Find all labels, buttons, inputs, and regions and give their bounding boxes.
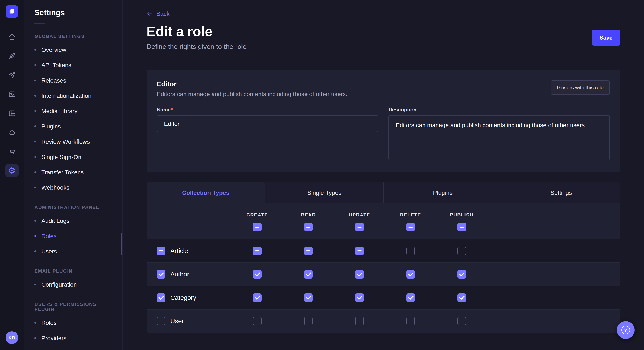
question-mark-icon: ? xyxy=(622,326,630,334)
page-title: Edit a role xyxy=(146,24,246,39)
select-all-read-checkbox[interactable] xyxy=(304,223,313,231)
author-publish-checkbox[interactable] xyxy=(458,270,466,279)
select-all-delete-checkbox[interactable] xyxy=(406,223,415,231)
category-create-checkbox[interactable] xyxy=(253,293,262,302)
sidebar-item-audit-logs[interactable]: Audit Logs xyxy=(24,213,122,228)
row-label: Category xyxy=(170,294,196,301)
bullet-icon xyxy=(34,80,36,81)
sidebar-item-webhooks[interactable]: Webhooks xyxy=(24,180,122,195)
article-delete-checkbox[interactable] xyxy=(406,247,415,255)
sidebar-item-plugins[interactable]: Plugins xyxy=(24,119,122,134)
role-name: Editor xyxy=(157,80,347,88)
sidebar-scrollbar[interactable] xyxy=(120,233,122,255)
article-create-checkbox[interactable] xyxy=(253,247,262,255)
bullet-icon xyxy=(34,250,36,252)
deploy-icon[interactable] xyxy=(5,68,19,82)
sidebar-item-single-sign-on[interactable]: Single Sign-On xyxy=(24,149,122,165)
row-label: User xyxy=(170,318,184,325)
column-publish: PUBLISH xyxy=(450,212,474,217)
article-update-checkbox[interactable] xyxy=(355,247,364,255)
strapi-logo[interactable] xyxy=(6,5,18,18)
tab-plugins[interactable]: Plugins xyxy=(383,182,502,203)
user-update-checkbox[interactable] xyxy=(355,317,364,325)
home-icon[interactable] xyxy=(5,30,19,43)
category-update-checkbox[interactable] xyxy=(355,293,364,302)
category-publish-checkbox[interactable] xyxy=(458,293,466,302)
article-publish-checkbox[interactable] xyxy=(458,247,466,255)
name-input[interactable] xyxy=(157,115,378,132)
tab-settings[interactable]: Settings xyxy=(502,182,620,203)
sidebar-item-providers[interactable]: Providers xyxy=(24,331,122,346)
back-link[interactable]: Back xyxy=(146,10,170,17)
bullet-icon xyxy=(34,64,36,66)
table-row-author: Author xyxy=(146,262,620,286)
user-read-checkbox[interactable] xyxy=(304,317,313,325)
permissions-table: CREATE READ UPDATE DELETE xyxy=(146,203,620,333)
bullet-icon xyxy=(34,337,36,339)
column-read: READ xyxy=(301,212,316,217)
page-header: Edit a role Define the rights given to t… xyxy=(146,24,620,51)
save-button[interactable]: Save xyxy=(592,30,620,45)
sidebar-item-releases[interactable]: Releases xyxy=(24,73,122,88)
cloud-icon[interactable] xyxy=(5,126,19,139)
sidebar-item-roles-up[interactable]: Roles xyxy=(24,315,122,331)
media-library-icon[interactable] xyxy=(5,87,19,101)
user-create-checkbox[interactable] xyxy=(253,317,262,325)
tab-collection-types[interactable]: Collection Types xyxy=(146,182,265,203)
user-delete-checkbox[interactable] xyxy=(406,317,415,325)
row-label: Author xyxy=(170,271,189,278)
user-avatar[interactable]: KD xyxy=(6,331,18,344)
user-publish-checkbox[interactable] xyxy=(458,317,466,325)
bullet-icon xyxy=(34,284,36,285)
sidebar-divider xyxy=(34,23,45,24)
bullet-icon xyxy=(34,141,36,143)
section-email-plugin: EMAIL PLUGIN xyxy=(24,268,122,273)
content-manager-icon[interactable] xyxy=(5,49,19,62)
sidebar-item-media-library[interactable]: Media Library xyxy=(24,103,122,119)
section-administration-panel: ADMINISTRATION PANEL xyxy=(24,204,122,210)
description-textarea[interactable]: Editors can manage and publish contents … xyxy=(388,115,610,160)
article-read-checkbox[interactable] xyxy=(304,247,313,255)
column-update: UPDATE xyxy=(349,212,370,217)
sidebar-item-configuration[interactable]: Configuration xyxy=(24,277,122,292)
content-type-builder-icon[interactable] xyxy=(5,106,19,120)
table-row-article: Article xyxy=(146,239,620,262)
row-checkbox-category[interactable] xyxy=(157,293,165,302)
sidebar-title: Settings xyxy=(24,8,122,17)
role-details-card: Editor Editors can manage and publish co… xyxy=(146,70,620,172)
row-checkbox-author[interactable] xyxy=(157,270,165,279)
row-checkbox-user[interactable] xyxy=(157,317,165,325)
bullet-icon xyxy=(34,187,36,188)
tab-single-types[interactable]: Single Types xyxy=(265,182,383,203)
page-subtitle: Define the rights given to the role xyxy=(146,43,246,51)
author-delete-checkbox[interactable] xyxy=(406,270,415,279)
sidebar-item-transfer-tokens[interactable]: Transfer Tokens xyxy=(24,165,122,180)
author-read-checkbox[interactable] xyxy=(304,270,313,279)
sidebar-item-api-tokens[interactable]: API Tokens xyxy=(24,57,122,73)
sidebar-item-users[interactable]: Users xyxy=(24,244,122,259)
select-all-publish-checkbox[interactable] xyxy=(458,223,466,231)
settings-sidebar: Settings GLOBAL SETTINGS Overview API To… xyxy=(24,0,123,350)
sidebar-item-roles-admin[interactable]: Roles xyxy=(24,228,122,244)
row-label: Article xyxy=(170,247,188,255)
column-delete: DELETE xyxy=(400,212,421,217)
category-delete-checkbox[interactable] xyxy=(406,293,415,302)
users-count-badge[interactable]: 0 users with this role xyxy=(550,80,610,95)
author-create-checkbox[interactable] xyxy=(253,270,262,279)
name-field-label: Name* xyxy=(157,107,378,113)
author-update-checkbox[interactable] xyxy=(355,270,364,279)
sidebar-item-overview[interactable]: Overview xyxy=(24,42,122,57)
select-all-update-checkbox[interactable] xyxy=(355,223,364,231)
bullet-icon xyxy=(34,110,36,112)
bullet-icon xyxy=(34,235,36,237)
settings-icon[interactable]: ⚙ xyxy=(5,164,19,177)
bullet-icon xyxy=(34,220,36,222)
back-arrow-icon xyxy=(146,10,153,17)
sidebar-item-review-workflows[interactable]: Review Workflows xyxy=(24,134,122,149)
sidebar-item-internationalization[interactable]: Internationalization xyxy=(24,88,122,103)
category-read-checkbox[interactable] xyxy=(304,293,313,302)
select-all-create-checkbox[interactable] xyxy=(253,223,262,231)
marketplace-icon[interactable] xyxy=(5,145,19,158)
help-button[interactable]: ? xyxy=(617,321,635,339)
row-checkbox-article[interactable] xyxy=(157,247,165,255)
